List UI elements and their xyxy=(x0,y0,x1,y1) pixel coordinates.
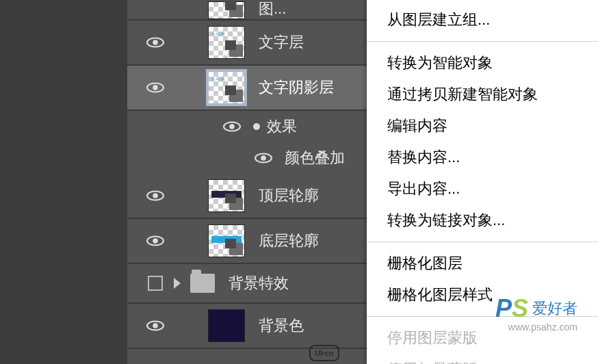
layer-row-cropped[interactable]: 图... xyxy=(127,0,367,21)
layer-label: 底层轮廓 xyxy=(259,231,319,251)
layer-row-text-shadow[interactable]: 水与液 文字阴影层 xyxy=(127,66,367,111)
visibility-toggle[interactable] xyxy=(141,320,170,331)
visibility-toggle[interactable] xyxy=(141,276,170,291)
svg-point-1 xyxy=(153,40,158,45)
watermark-url: www.psahz.com xyxy=(508,322,577,333)
folder-icon xyxy=(190,274,215,293)
menu-group-from-layers[interactable]: 从图层建立组... xyxy=(367,4,598,36)
menu-separator xyxy=(367,41,598,42)
eye-icon[interactable] xyxy=(223,121,241,132)
eye-icon xyxy=(146,37,164,48)
layers-panel: 图... 水与液 文字层 水与液 文字阴影层 效果 颜色叠加 xyxy=(0,0,598,364)
svg-point-3 xyxy=(153,85,158,90)
menu-rasterize-layer[interactable]: 栅格化图层 xyxy=(367,248,598,279)
menu-edit-contents[interactable]: 编辑内容 xyxy=(367,110,598,142)
layer-thumbnail[interactable] xyxy=(208,309,245,342)
layer-label: 文字阴影层 xyxy=(259,77,334,98)
layer-label: 背景色 xyxy=(259,315,304,336)
menu-convert-linked[interactable]: 转换为链接对象... xyxy=(367,205,598,236)
watermark-logo: PS xyxy=(495,294,528,323)
layer-label: 文字层 xyxy=(259,32,304,53)
visibility-toggle[interactable] xyxy=(141,235,170,246)
menu-convert-smart-object[interactable]: 转换为智能对象 xyxy=(367,47,598,79)
layer-label: 顶层轮廓 xyxy=(259,185,319,206)
svg-point-13 xyxy=(153,323,158,328)
fx-label: 效果 xyxy=(267,116,297,137)
fx-indicator-icon xyxy=(253,123,260,130)
layer-row-text[interactable]: 水与液 文字层 xyxy=(127,21,367,66)
svg-point-11 xyxy=(153,238,158,244)
fx-item-label: 颜色叠加 xyxy=(285,148,345,168)
layer-row-bg-color[interactable]: 背景色 xyxy=(127,304,367,349)
layer-thumbnail[interactable]: 水与液 xyxy=(208,71,245,104)
layer-fx-color-overlay[interactable]: 颜色叠加 xyxy=(127,142,367,174)
layer-thumbnail[interactable] xyxy=(208,224,245,257)
uicn-badge: UI·cn xyxy=(309,345,339,361)
menu-replace-contents[interactable]: 替换内容... xyxy=(367,142,598,173)
eye-icon xyxy=(146,190,164,201)
eye-icon xyxy=(146,235,164,246)
menu-export-contents[interactable]: 导出内容... xyxy=(367,173,598,205)
layer-label: 背景特效 xyxy=(229,273,289,294)
layer-thumbnail[interactable] xyxy=(208,179,245,212)
layers-list: 图... 水与液 文字层 水与液 文字阴影层 效果 颜色叠加 xyxy=(127,0,367,349)
layer-fx-row[interactable]: 效果 xyxy=(127,111,367,142)
visibility-toggle[interactable] xyxy=(141,82,170,93)
eye-icon xyxy=(146,82,164,93)
watermark: PS 爱好者 www.psahz.com xyxy=(495,294,577,323)
layer-label: 图... xyxy=(259,0,286,19)
eye-icon[interactable] xyxy=(255,153,272,164)
layer-thumbnail[interactable]: 水与液 xyxy=(208,26,245,59)
layer-row-top-contour[interactable]: 顶层轮廓 xyxy=(127,174,367,219)
layer-row-bottom-contour[interactable]: 底层轮廓 xyxy=(127,219,367,264)
menu-disable-vector-mask: 停用矢量蒙版 xyxy=(367,354,598,364)
eye-icon xyxy=(146,320,164,331)
layer-thumbnail[interactable] xyxy=(208,1,245,19)
watermark-text: 爱好者 xyxy=(532,298,577,319)
visibility-toggle[interactable] xyxy=(141,190,170,201)
svg-point-7 xyxy=(261,155,266,161)
panel-gutter xyxy=(0,0,127,364)
menu-separator xyxy=(367,242,598,242)
menu-new-smart-via-copy[interactable]: 通过拷贝新建智能对象 xyxy=(367,79,598,110)
visibility-empty-icon xyxy=(148,276,163,291)
visibility-toggle[interactable] xyxy=(141,37,170,48)
svg-point-5 xyxy=(229,124,235,129)
expand-arrow-icon[interactable] xyxy=(174,278,181,289)
svg-point-9 xyxy=(153,193,158,198)
layer-row-bg-fx-group[interactable]: 背景特效 xyxy=(127,264,367,304)
